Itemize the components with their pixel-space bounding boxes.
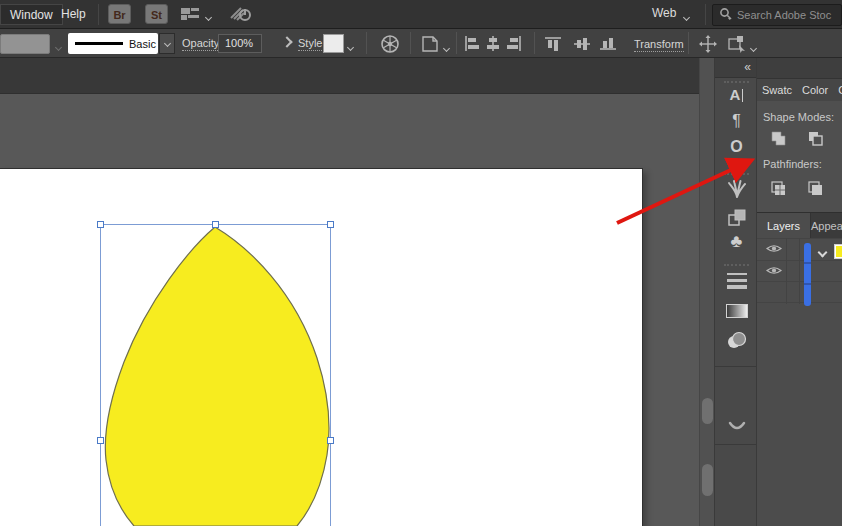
opentype-panel-icon[interactable]: O xyxy=(715,138,758,156)
control-bar: Basic Opacity: 100% Style: xyxy=(0,29,842,58)
document-header-band xyxy=(0,58,714,94)
document-setup-icon[interactable] xyxy=(420,35,440,55)
web-chevron-icon[interactable] xyxy=(684,10,689,22)
menu-help[interactable]: Help xyxy=(52,4,95,25)
layer-thumbnail[interactable] xyxy=(834,244,842,259)
unite-button[interactable] xyxy=(765,126,791,150)
opacity-field[interactable]: 100% xyxy=(218,34,262,53)
brushes-panel-icon[interactable] xyxy=(715,178,758,202)
divider xyxy=(366,32,367,54)
layers-panel-body xyxy=(757,238,842,526)
workspace-chevron-icon[interactable] xyxy=(206,10,211,22)
selection-handle[interactable] xyxy=(327,221,334,228)
shape-modes-label: Shape Modes: xyxy=(763,111,834,123)
divide-button[interactable] xyxy=(765,176,791,200)
pathfinders-label: Pathfinders: xyxy=(763,158,822,170)
transform-link[interactable]: Transform xyxy=(634,38,684,52)
dock-divider xyxy=(715,366,758,367)
divider xyxy=(410,32,411,54)
tab-color-guide[interactable]: C xyxy=(833,84,842,96)
layers-panel-tabs: Layers Appea xyxy=(757,212,842,238)
tab-swatches[interactable]: Swatc xyxy=(757,84,797,96)
symbols-panel-icon[interactable]: ♣ xyxy=(715,231,758,252)
stock-button[interactable]: St xyxy=(145,4,168,24)
layer-visibility-eye-icon[interactable] xyxy=(766,243,782,256)
bridge-button[interactable]: Br xyxy=(108,4,131,24)
selection-handle[interactable] xyxy=(97,221,104,228)
selection-bounding-box xyxy=(100,224,331,526)
style-swatch[interactable] xyxy=(323,34,344,53)
align-to-selection-icon[interactable] xyxy=(727,35,747,55)
stroke-preview xyxy=(75,42,123,45)
illustrator-window: Window Help Br St Web xyxy=(0,0,842,526)
valign-top-icon[interactable] xyxy=(545,36,561,53)
selection-handle[interactable] xyxy=(327,437,334,444)
stroke-preset-chevron[interactable] xyxy=(159,33,175,54)
trim-button[interactable] xyxy=(802,176,828,200)
web-dropdown[interactable]: Web xyxy=(652,6,676,20)
dock-grip[interactable] xyxy=(724,81,749,83)
valign-bottom-icon[interactable] xyxy=(600,36,616,53)
selection-handle[interactable] xyxy=(212,221,219,228)
recolor-artwork-icon[interactable] xyxy=(380,34,400,56)
align-left-icon[interactable] xyxy=(464,36,480,53)
stroke-preset-dropdown[interactable]: Basic xyxy=(68,33,158,54)
align-to-chevron[interactable] xyxy=(751,41,756,53)
dock-header: « xyxy=(715,58,756,78)
layer-selection-color-bar xyxy=(804,243,811,306)
tab-appearance[interactable]: Appea xyxy=(807,213,842,239)
accent-notch xyxy=(804,262,811,264)
panel-top-strip xyxy=(757,58,842,79)
dock-grip[interactable] xyxy=(724,264,749,266)
libraries-panel-icon[interactable] xyxy=(715,420,758,436)
workspace-switcher-icon[interactable] xyxy=(180,6,202,24)
gradient-panel-icon[interactable] xyxy=(715,304,758,318)
divider xyxy=(456,32,457,54)
divider xyxy=(98,4,99,25)
canvas-vertical-scrollbar[interactable] xyxy=(699,58,714,526)
disabled-fill-field xyxy=(0,34,50,54)
style-chevron-icon[interactable] xyxy=(348,40,353,52)
search-box[interactable] xyxy=(712,4,842,26)
layer-disclosure-chevron[interactable] xyxy=(818,248,828,258)
collapse-panels-icon[interactable]: « xyxy=(744,60,750,74)
valign-center-icon[interactable] xyxy=(574,36,590,53)
pathfinder-panel-icon[interactable] xyxy=(715,207,758,231)
share-power-icon[interactable] xyxy=(228,4,254,26)
divider xyxy=(534,32,535,54)
tab-color[interactable]: Color xyxy=(797,84,833,96)
divider xyxy=(705,4,706,25)
selection-handle[interactable] xyxy=(97,437,104,444)
minus-front-button[interactable] xyxy=(802,126,828,150)
column-divider xyxy=(799,238,800,304)
style-label[interactable]: Style: xyxy=(298,37,326,51)
expand-chevron-icon[interactable] xyxy=(281,36,292,47)
stroke-panel-icon[interactable] xyxy=(715,271,758,293)
opacity-label[interactable]: Opacity: xyxy=(182,37,222,51)
search-input[interactable] xyxy=(737,9,833,21)
swatches-panel-tabs: Swatc Color C xyxy=(757,79,842,101)
transparency-panel-icon[interactable] xyxy=(715,330,758,354)
panel-dock-column: « A ¶ O ♣ xyxy=(714,58,757,526)
document-setup-chevron[interactable] xyxy=(444,41,449,53)
dock-grip[interactable] xyxy=(724,173,749,175)
tab-layers[interactable]: Layers xyxy=(757,213,811,239)
dock-divider xyxy=(715,444,758,445)
scrollbar-thumb[interactable] xyxy=(702,398,713,424)
paragraph-panel-icon[interactable]: ¶ xyxy=(715,112,758,130)
stroke-preset-label: Basic xyxy=(129,38,156,50)
search-icon xyxy=(719,7,733,23)
align-center-icon[interactable] xyxy=(485,36,501,53)
free-distort-icon[interactable] xyxy=(698,35,718,55)
align-right-icon[interactable] xyxy=(506,36,522,53)
disabled-chevron-icon xyxy=(56,40,61,52)
accent-notch xyxy=(804,283,811,285)
app-bar: Window Help Br St Web xyxy=(0,0,842,29)
character-panel-icon[interactable]: A xyxy=(715,86,758,103)
right-panel-area: Swatc Color C Shape Modes: Pathfinders: xyxy=(757,58,842,526)
column-divider xyxy=(786,238,787,304)
layer-visibility-eye-icon[interactable] xyxy=(766,265,782,278)
divider xyxy=(688,32,689,54)
scrollbar-thumb[interactable] xyxy=(702,464,713,496)
